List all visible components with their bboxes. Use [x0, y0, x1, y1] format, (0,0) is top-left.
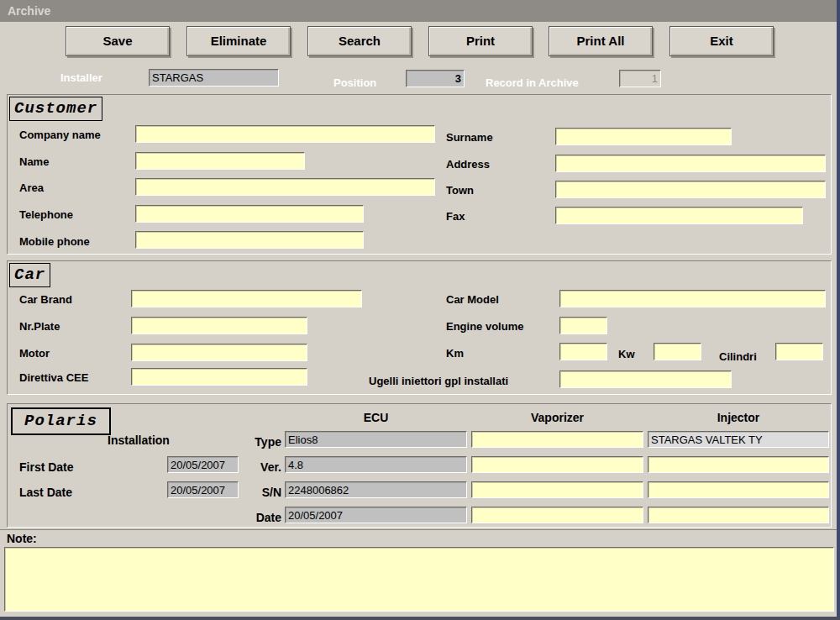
company-name-field[interactable]	[135, 125, 435, 143]
window-title: Archive	[0, 0, 840, 22]
motor-field[interactable]	[131, 344, 307, 361]
injector-date-field[interactable]	[648, 507, 829, 523]
direttiva-cee-field[interactable]	[131, 368, 307, 386]
car-model-label: Car Model	[446, 293, 499, 307]
note-textarea[interactable]	[4, 547, 834, 612]
polaris-panel: Polaris Installation First Date 20/05/20…	[7, 403, 832, 528]
company-name-label: Company name	[19, 129, 101, 142]
telephone-label: Telephone	[19, 208, 73, 222]
customer-section-title: Customer	[9, 97, 102, 121]
window-frame-bottom	[0, 617, 840, 620]
direttiva-cee-label: Direttiva CEE	[19, 371, 88, 385]
sn-row-label: S/N	[229, 486, 281, 499]
position-field[interactable]: 3	[406, 70, 465, 87]
telephone-field[interactable]	[135, 205, 364, 223]
cilindri-label: Cilindri	[719, 350, 757, 364]
fax-field[interactable]	[555, 207, 803, 224]
exit-button[interactable]: Exit	[669, 26, 774, 56]
car-model-field[interactable]	[559, 290, 826, 307]
first-date-label: First Date	[19, 460, 74, 474]
injector-ver-field[interactable]	[648, 456, 829, 473]
ver-row-label: Ver.	[229, 460, 281, 474]
fax-label: Fax	[446, 210, 465, 223]
installer-label: Installer	[60, 71, 102, 85]
note-divider	[0, 529, 837, 530]
date-row-label: Date	[229, 511, 281, 524]
installer-field[interactable]: STARGAS	[149, 69, 279, 87]
eliminate-button[interactable]: Eliminate	[186, 26, 291, 56]
surname-label: Surname	[446, 131, 493, 144]
injector-type-field[interactable]: STARGAS VALTEK TY	[648, 431, 829, 448]
vaporizer-type-field[interactable]	[471, 431, 643, 448]
injector-column-header: Injector	[648, 411, 829, 424]
nr-plate-label: Nr.Plate	[19, 320, 60, 334]
vaporizer-date-field[interactable]	[471, 507, 643, 523]
ecu-ver-field[interactable]: 4.8	[285, 456, 467, 473]
surname-field[interactable]	[555, 128, 732, 145]
motor-label: Motor	[19, 347, 50, 360]
kw-label: Kw	[618, 348, 635, 361]
town-label: Town	[446, 184, 474, 197]
car-brand-label: Car Brand	[19, 293, 72, 307]
type-row-label: Type	[229, 435, 281, 449]
save-button[interactable]: Save	[66, 26, 170, 56]
kw-field[interactable]	[654, 343, 701, 360]
ugelli-iniettori-field[interactable]	[559, 370, 732, 388]
name-label: Name	[19, 155, 49, 169]
customer-panel: Customer Company name Name Area Telephon…	[7, 94, 832, 255]
print-all-button[interactable]: Print All	[549, 26, 653, 56]
area-label: Area	[19, 181, 44, 195]
window-frame-right	[837, 0, 840, 620]
ecu-column-header: ECU	[285, 411, 467, 424]
engine-volume-label: Engine volume	[446, 320, 523, 334]
vaporizer-column-header: Vaporizer	[471, 411, 643, 424]
polaris-section-title: Polaris	[11, 407, 111, 435]
engine-volume-field[interactable]	[559, 317, 607, 334]
record-in-archive-label: Record in Archive	[486, 76, 579, 90]
vaporizer-sn-field[interactable]	[471, 481, 643, 498]
position-label: Position	[333, 76, 376, 90]
search-button[interactable]: Search	[307, 26, 412, 56]
ecu-sn-field[interactable]: 2248006862	[285, 481, 467, 498]
car-panel: Car Car Brand Nr.Plate Motor Direttiva C…	[7, 260, 832, 395]
mobile-phone-label: Mobile phone	[19, 235, 90, 249]
area-field[interactable]	[135, 178, 435, 196]
name-field[interactable]	[135, 152, 305, 170]
address-field[interactable]	[555, 155, 826, 172]
car-section-title: Car	[9, 263, 50, 287]
ugelli-iniettori-label: Ugelli iniettori gpl installati	[369, 375, 508, 388]
first-date-field[interactable]: 20/05/2007	[167, 456, 239, 473]
archive-window: Archive Save Eliminate Search Print Prin…	[0, 0, 840, 620]
last-date-label: Last Date	[19, 486, 72, 499]
ecu-type-field[interactable]: Elios8	[285, 431, 467, 448]
vaporizer-ver-field[interactable]	[471, 456, 643, 473]
mobile-phone-field[interactable]	[135, 231, 364, 249]
km-field[interactable]	[559, 343, 607, 360]
ecu-date-field[interactable]: 20/05/2007	[285, 507, 467, 523]
cilindri-field[interactable]	[775, 343, 823, 360]
note-label: Note:	[7, 532, 37, 545]
injector-sn-field[interactable]	[648, 481, 829, 498]
town-field[interactable]	[555, 181, 826, 198]
last-date-field[interactable]: 20/05/2007	[167, 481, 239, 498]
km-label: Km	[446, 347, 464, 360]
address-label: Address	[446, 158, 490, 171]
installation-label: Installation	[108, 433, 170, 447]
car-brand-field[interactable]	[131, 290, 362, 307]
record-in-archive-field: 1	[619, 70, 661, 87]
nr-plate-field[interactable]	[131, 317, 307, 334]
print-button[interactable]: Print	[428, 26, 533, 56]
